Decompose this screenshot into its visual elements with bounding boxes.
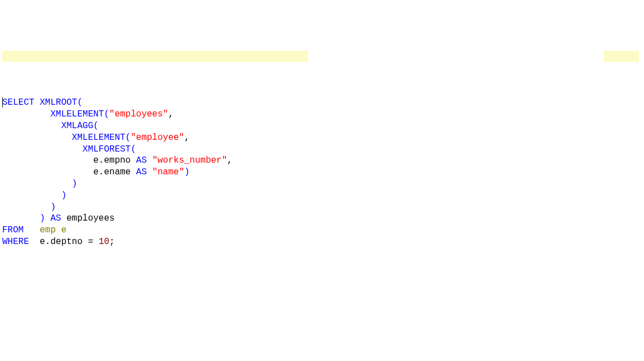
code-content: SELECT XMLROOT( XMLELEMENT("employees", … — [2, 97, 644, 247]
code-line-8: ) — [2, 178, 644, 190]
paren: ) — [40, 213, 45, 223]
code-line-3: XMLAGG( — [2, 120, 644, 132]
code-line-4: XMLELEMENT("employee", — [2, 132, 644, 144]
identifier: e — [40, 237, 45, 247]
string-literal: "name" — [152, 167, 185, 177]
dot: . — [99, 167, 104, 177]
code-line-6: e.empno AS "works_number", — [2, 155, 644, 167]
fn-xmlagg: XMLAGG — [61, 121, 94, 131]
identifier: e — [93, 155, 99, 165]
paren: ( — [77, 97, 83, 108]
code-line-2: XMLELEMENT("employees", — [2, 109, 644, 120]
keyword-where: WHERE — [2, 237, 29, 247]
comma: , — [227, 155, 233, 165]
keyword-select: SELECT — [2, 97, 35, 108]
identifier: e — [93, 167, 99, 177]
paren: ( — [93, 121, 99, 131]
paren: ) — [72, 179, 78, 189]
operator-eq: = — [88, 237, 94, 247]
string-literal: "employee" — [130, 133, 184, 143]
fn-xmlelement: XMLELEMENT — [50, 109, 104, 119]
identifier: ename — [104, 167, 130, 177]
keyword-as: AS — [136, 167, 147, 177]
code-line-5: XMLFOREST( — [2, 144, 644, 155]
paren: ( — [125, 133, 131, 143]
keyword-as: AS — [50, 213, 61, 223]
code-line-10: ) — [2, 202, 644, 213]
code-line-11: ) AS employees — [2, 213, 644, 225]
fn-xmlroot: XMLROOT — [40, 97, 77, 108]
table-alias: e — [61, 225, 67, 235]
code-line-12: FROM emp e — [2, 225, 644, 236]
string-literal: "works_number" — [152, 155, 227, 165]
keyword-as: AS — [136, 155, 147, 165]
fn-xmlforest: XMLFOREST — [83, 144, 130, 154]
fn-xmlelement: XMLELEMENT — [72, 133, 125, 143]
line-highlight-left — [2, 51, 308, 62]
paren: ( — [130, 144, 136, 154]
code-line-13: WHERE e.deptno = 10; — [2, 236, 644, 248]
string-literal: "employees" — [109, 109, 168, 119]
identifier: empno — [104, 155, 130, 165]
code-line-7: e.ename AS "name") — [2, 167, 644, 178]
comma: , — [184, 133, 190, 143]
identifier: employees — [66, 213, 114, 223]
code-line-1: SELECT XMLROOT( — [2, 97, 644, 109]
identifier: deptno — [50, 237, 83, 247]
keyword-from: FROM — [2, 225, 23, 235]
code-editor[interactable]: SELECT XMLROOT( XMLELEMENT("employees", … — [0, 46, 644, 259]
line-highlight-right — [604, 51, 639, 62]
semicolon: ; — [109, 237, 115, 247]
paren: ) — [185, 167, 190, 177]
code-line-9: ) — [2, 190, 644, 202]
paren: ) — [50, 202, 56, 212]
number-literal: 10 — [99, 237, 109, 247]
paren: ) — [61, 191, 67, 201]
comma: , — [168, 109, 174, 119]
dot: . — [45, 237, 51, 247]
dot: . — [99, 155, 104, 165]
paren: ( — [104, 109, 109, 119]
table-name: emp — [40, 225, 56, 235]
